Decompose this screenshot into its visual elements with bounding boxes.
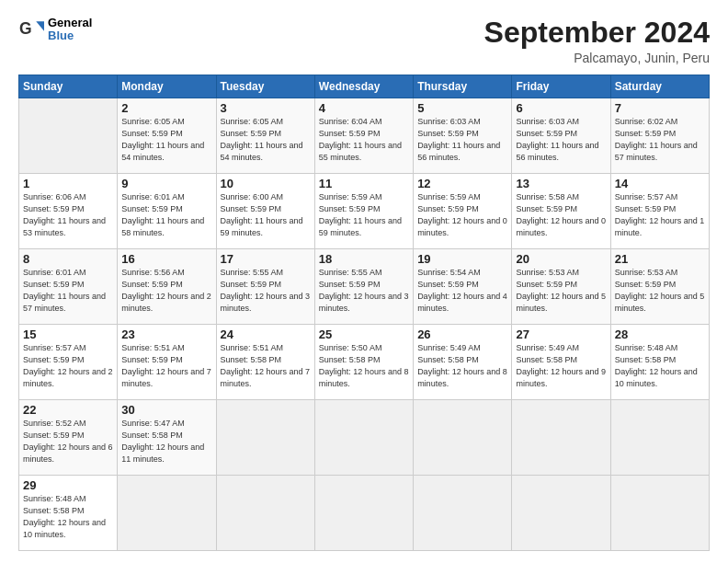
month-title: September 2024 — [484, 17, 710, 49]
day-number: 4 — [319, 101, 409, 115]
calendar-cell: 12Sunrise: 5:59 AM Sunset: 5:59 PM Dayli… — [414, 174, 512, 249]
day-number: 6 — [516, 101, 606, 115]
day-number: 18 — [319, 252, 409, 266]
calendar-row: 2Sunrise: 6:05 AM Sunset: 5:59 PM Daylig… — [19, 98, 710, 174]
day-info: Sunrise: 6:04 AM Sunset: 5:59 PM Dayligh… — [319, 116, 409, 164]
day-info: Sunrise: 5:53 AM Sunset: 5:59 PM Dayligh… — [615, 267, 705, 315]
day-info: Sunrise: 6:03 AM Sunset: 5:59 PM Dayligh… — [417, 116, 507, 164]
calendar-cell: 2Sunrise: 6:05 AM Sunset: 5:59 PM Daylig… — [118, 98, 216, 174]
calendar-cell — [314, 400, 413, 476]
day-info: Sunrise: 5:57 AM Sunset: 5:59 PM Dayligh… — [615, 191, 705, 239]
day-info: Sunrise: 5:50 AM Sunset: 5:58 PM Dayligh… — [319, 342, 409, 390]
calendar-cell — [414, 400, 512, 476]
calendar-page: G General Blue September 2024 Palcamayo,… — [0, 0, 728, 563]
day-number: 3 — [221, 101, 311, 115]
calendar-cell: 10Sunrise: 6:00 AM Sunset: 5:59 PM Dayli… — [216, 174, 314, 249]
day-info: Sunrise: 6:06 AM Sunset: 5:59 PM Dayligh… — [23, 191, 113, 239]
col-sunday: Sunday — [19, 75, 118, 98]
day-number: 25 — [319, 327, 409, 341]
calendar-cell — [610, 476, 709, 551]
calendar-row: 15Sunrise: 5:57 AM Sunset: 5:59 PM Dayli… — [19, 325, 710, 400]
calendar-cell: 17Sunrise: 5:55 AM Sunset: 5:59 PM Dayli… — [216, 249, 314, 325]
calendar-cell: 16Sunrise: 5:56 AM Sunset: 5:59 PM Dayli… — [118, 249, 216, 325]
col-thursday: Thursday — [414, 75, 512, 98]
calendar-cell: 22Sunrise: 5:52 AM Sunset: 5:59 PM Dayli… — [19, 400, 118, 476]
day-info: Sunrise: 6:03 AM Sunset: 5:59 PM Dayligh… — [516, 116, 606, 164]
day-number: 22 — [23, 403, 113, 417]
calendar-cell: 18Sunrise: 5:55 AM Sunset: 5:59 PM Dayli… — [314, 249, 413, 325]
day-number: 1 — [23, 177, 113, 190]
col-tuesday: Tuesday — [216, 75, 314, 98]
calendar-cell — [118, 476, 216, 551]
calendar-cell: 9Sunrise: 6:01 AM Sunset: 5:59 PM Daylig… — [118, 174, 216, 249]
calendar-cell: 1Sunrise: 6:06 AM Sunset: 5:59 PM Daylig… — [19, 174, 118, 249]
header: G General Blue September 2024 Palcamayo,… — [18, 17, 710, 65]
calendar-cell: 28Sunrise: 5:48 AM Sunset: 5:58 PM Dayli… — [610, 325, 709, 400]
day-number: 24 — [221, 327, 311, 341]
calendar-cell: 7Sunrise: 6:02 AM Sunset: 5:59 PM Daylig… — [610, 98, 709, 174]
col-wednesday: Wednesday — [314, 75, 413, 98]
calendar-row: 29Sunrise: 5:48 AM Sunset: 5:58 PM Dayli… — [19, 476, 710, 551]
day-number: 10 — [221, 177, 311, 190]
day-number: 21 — [615, 252, 705, 266]
day-number: 30 — [121, 403, 211, 417]
title-block: September 2024 Palcamayo, Junin, Peru — [484, 17, 710, 65]
logo: G General Blue — [18, 17, 92, 43]
calendar-cell: 27Sunrise: 5:49 AM Sunset: 5:58 PM Dayli… — [512, 325, 610, 400]
calendar-cell: 15Sunrise: 5:57 AM Sunset: 5:59 PM Dayli… — [19, 325, 118, 400]
day-info: Sunrise: 5:59 AM Sunset: 5:59 PM Dayligh… — [319, 191, 409, 239]
calendar-cell — [512, 476, 610, 551]
logo-icon: G — [18, 17, 44, 42]
day-info: Sunrise: 5:56 AM Sunset: 5:59 PM Dayligh… — [121, 267, 211, 315]
day-info: Sunrise: 5:55 AM Sunset: 5:59 PM Dayligh… — [319, 267, 409, 315]
day-number: 5 — [417, 101, 507, 115]
day-info: Sunrise: 6:01 AM Sunset: 5:59 PM Dayligh… — [23, 267, 113, 315]
day-number: 28 — [615, 327, 705, 341]
calendar-cell: 19Sunrise: 5:54 AM Sunset: 5:59 PM Dayli… — [414, 249, 512, 325]
calendar-table: Sunday Monday Tuesday Wednesday Thursday… — [18, 75, 710, 551]
calendar-cell: 26Sunrise: 5:49 AM Sunset: 5:58 PM Dayli… — [414, 325, 512, 400]
day-number: 7 — [615, 101, 705, 115]
calendar-cell: 29Sunrise: 5:48 AM Sunset: 5:58 PM Dayli… — [19, 476, 118, 551]
day-info: Sunrise: 5:57 AM Sunset: 5:59 PM Dayligh… — [23, 342, 113, 390]
calendar-cell: 5Sunrise: 6:03 AM Sunset: 5:59 PM Daylig… — [414, 98, 512, 174]
day-info: Sunrise: 6:01 AM Sunset: 5:59 PM Dayligh… — [121, 191, 211, 239]
header-row: Sunday Monday Tuesday Wednesday Thursday… — [19, 75, 710, 98]
calendar-cell: 21Sunrise: 5:53 AM Sunset: 5:59 PM Dayli… — [610, 249, 709, 325]
day-info: Sunrise: 6:05 AM Sunset: 5:59 PM Dayligh… — [221, 116, 311, 164]
day-number: 9 — [121, 177, 211, 190]
col-monday: Monday — [118, 75, 216, 98]
calendar-cell: 23Sunrise: 5:51 AM Sunset: 5:59 PM Dayli… — [118, 325, 216, 400]
day-number: 12 — [417, 177, 507, 190]
day-number: 27 — [516, 327, 606, 341]
logo-text: General Blue — [48, 17, 92, 43]
day-number: 16 — [121, 252, 211, 266]
col-friday: Friday — [512, 75, 610, 98]
calendar-cell: 14Sunrise: 5:57 AM Sunset: 5:59 PM Dayli… — [610, 174, 709, 249]
calendar-cell: 25Sunrise: 5:50 AM Sunset: 5:58 PM Dayli… — [314, 325, 413, 400]
col-saturday: Saturday — [610, 75, 709, 98]
day-info: Sunrise: 5:49 AM Sunset: 5:58 PM Dayligh… — [417, 342, 507, 390]
day-number: 26 — [417, 327, 507, 341]
calendar-row: 1Sunrise: 6:06 AM Sunset: 5:59 PM Daylig… — [19, 174, 710, 249]
day-number: 20 — [516, 252, 606, 266]
day-number: 29 — [23, 478, 113, 492]
svg-text:G: G — [19, 20, 32, 39]
calendar-cell: 4Sunrise: 6:04 AM Sunset: 5:59 PM Daylig… — [314, 98, 413, 174]
day-number: 15 — [23, 327, 113, 341]
day-number: 23 — [121, 327, 211, 341]
calendar-row: 8Sunrise: 6:01 AM Sunset: 5:59 PM Daylig… — [19, 249, 710, 325]
day-number: 19 — [417, 252, 507, 266]
calendar-cell — [414, 476, 512, 551]
calendar-cell — [512, 400, 610, 476]
day-info: Sunrise: 5:48 AM Sunset: 5:58 PM Dayligh… — [23, 493, 113, 541]
day-info: Sunrise: 5:58 AM Sunset: 5:59 PM Dayligh… — [516, 191, 606, 239]
day-number: 8 — [23, 252, 113, 266]
day-number: 11 — [319, 177, 409, 190]
calendar-cell: 30Sunrise: 5:47 AM Sunset: 5:58 PM Dayli… — [118, 400, 216, 476]
day-info: Sunrise: 5:51 AM Sunset: 5:59 PM Dayligh… — [121, 342, 211, 390]
day-info: Sunrise: 5:52 AM Sunset: 5:59 PM Dayligh… — [23, 418, 113, 465]
calendar-cell — [216, 400, 314, 476]
day-info: Sunrise: 5:55 AM Sunset: 5:59 PM Dayligh… — [221, 267, 311, 315]
calendar-cell: 20Sunrise: 5:53 AM Sunset: 5:59 PM Dayli… — [512, 249, 610, 325]
